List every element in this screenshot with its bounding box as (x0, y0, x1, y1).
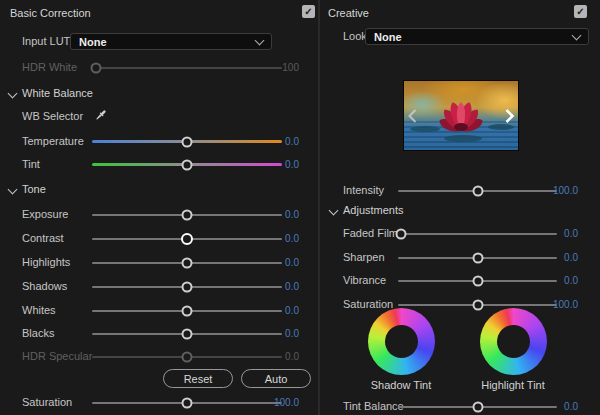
highlight-tint-label: Highlight Tint (458, 379, 568, 391)
chevron-expanded-icon (8, 89, 18, 99)
contrast-slider[interactable] (92, 230, 282, 247)
exposure-slider[interactable] (92, 206, 282, 223)
slider-handle[interactable] (472, 402, 483, 413)
input-lut-dropdown[interactable]: None (70, 33, 272, 50)
shadow-tint-wheel[interactable] (368, 308, 435, 375)
highlights-label: Highlights (22, 256, 70, 268)
temperature-slider[interactable] (92, 133, 282, 150)
slider-handle[interactable] (182, 352, 193, 363)
sharpen-label: Sharpen (343, 251, 385, 263)
slider-handle[interactable] (472, 253, 483, 264)
slider-handle[interactable] (182, 282, 193, 293)
highlights-value[interactable]: 0.0 (255, 257, 299, 268)
tint-balance-value[interactable]: 0.0 (534, 401, 578, 412)
slider-handle[interactable] (182, 398, 193, 409)
slider-handle[interactable] (472, 186, 483, 197)
look-dropdown[interactable]: None (365, 28, 589, 45)
look-label: Look (343, 30, 367, 42)
auto-button[interactable]: Auto (241, 369, 311, 388)
slider-handle[interactable] (182, 160, 193, 171)
temperature-label: Temperature (22, 135, 84, 147)
highlight-tint-wheel[interactable] (480, 308, 547, 375)
slider-handle[interactable] (182, 137, 193, 148)
adjustments-section-header[interactable]: Adjustments (320, 202, 600, 219)
hdr-white-label: HDR White (22, 61, 77, 73)
tint-balance-label: Tint Balance (343, 400, 404, 412)
tone-section-label: Tone (22, 183, 46, 195)
slider-handle[interactable] (182, 210, 193, 221)
sharpen-value[interactable]: 0.0 (534, 252, 578, 263)
basic-correction-enable-checkbox[interactable]: ✓ (302, 5, 315, 18)
saturation-slider[interactable] (92, 394, 282, 411)
reset-button[interactable]: Reset (163, 369, 233, 388)
hdr-white-slider[interactable] (92, 59, 282, 76)
blacks-slider[interactable] (92, 325, 282, 342)
white-balance-section-label: White Balance (22, 87, 93, 99)
chevron-down-icon (572, 30, 582, 40)
contrast-label: Contrast (22, 232, 64, 244)
creative-saturation-value[interactable]: 100.0 (534, 299, 578, 310)
hdr-specular-slider[interactable] (92, 348, 282, 365)
shadows-slider[interactable] (92, 278, 282, 295)
slider-handle[interactable] (182, 306, 193, 317)
hdr-white-value[interactable]: 100 (255, 62, 299, 73)
lumetri-color-panel: Basic Correction ✓ Input LUT None HDR Wh… (0, 0, 600, 415)
vibrance-label: Vibrance (343, 274, 386, 286)
lotus-flower-image (431, 87, 491, 141)
checkmark-icon: ✓ (576, 7, 584, 17)
tint-value[interactable]: 0.0 (255, 159, 299, 170)
saturation-value[interactable]: 100.0 (255, 397, 299, 408)
slider-handle[interactable] (182, 258, 193, 269)
look-value: None (374, 31, 573, 43)
next-look-arrow[interactable] (504, 108, 515, 124)
faded-film-label: Faded Film (343, 227, 398, 239)
look-preview-thumbnail[interactable] (403, 80, 519, 151)
creative-panel: Creative ✓ Look None (320, 0, 600, 415)
basic-correction-title: Basic Correction (10, 7, 91, 19)
contrast-value[interactable]: 0.0 (255, 233, 299, 244)
shadows-label: Shadows (22, 280, 67, 292)
hdr-specular-value[interactable]: 0.0 (255, 351, 299, 362)
creative-title: Creative (328, 7, 369, 19)
exposure-value[interactable]: 0.0 (255, 209, 299, 220)
white-balance-section-header[interactable]: White Balance (0, 85, 318, 102)
chevron-down-icon (255, 35, 265, 45)
checkmark-icon: ✓ (304, 7, 312, 17)
highlights-slider[interactable] (92, 254, 282, 271)
intensity-value[interactable]: 100.0 (534, 185, 578, 196)
tint-label: Tint (22, 158, 40, 170)
whites-label: Whites (22, 304, 56, 316)
adjustments-section-label: Adjustments (343, 204, 404, 216)
slider-handle[interactable] (472, 300, 483, 311)
chevron-expanded-icon (329, 206, 339, 216)
slider-handle[interactable] (472, 276, 483, 287)
shadow-tint-label: Shadow Tint (346, 379, 456, 391)
creative-saturation-label: Saturation (343, 298, 393, 310)
eyedropper-icon[interactable] (93, 108, 108, 125)
basic-correction-panel: Basic Correction ✓ Input LUT None HDR Wh… (0, 0, 320, 415)
whites-slider[interactable] (92, 302, 282, 319)
input-lut-value: None (79, 36, 256, 48)
previous-look-arrow[interactable] (407, 108, 418, 124)
tint-slider[interactable] (92, 156, 282, 173)
slider-handle[interactable] (396, 229, 407, 240)
temperature-value[interactable]: 0.0 (255, 136, 299, 147)
slider-track (92, 67, 282, 69)
input-lut-label: Input LUT (22, 35, 70, 47)
saturation-label: Saturation (22, 396, 72, 408)
wb-selector-label: WB Selector (22, 110, 83, 122)
slider-handle[interactable] (182, 329, 193, 340)
blacks-value[interactable]: 0.0 (255, 328, 299, 339)
blacks-label: Blacks (22, 327, 54, 339)
creative-enable-checkbox[interactable]: ✓ (574, 5, 587, 18)
hdr-specular-label: HDR Specular (22, 350, 92, 362)
tone-section-header[interactable]: Tone (0, 181, 318, 198)
intensity-label: Intensity (343, 184, 384, 196)
vibrance-value[interactable]: 0.0 (534, 275, 578, 286)
slider-handle[interactable] (90, 63, 101, 74)
lily-pad-image (488, 124, 514, 130)
faded-film-value[interactable]: 0.0 (534, 228, 578, 239)
whites-value[interactable]: 0.0 (255, 305, 299, 316)
shadows-value[interactable]: 0.0 (255, 281, 299, 292)
slider-handle[interactable] (181, 233, 193, 245)
